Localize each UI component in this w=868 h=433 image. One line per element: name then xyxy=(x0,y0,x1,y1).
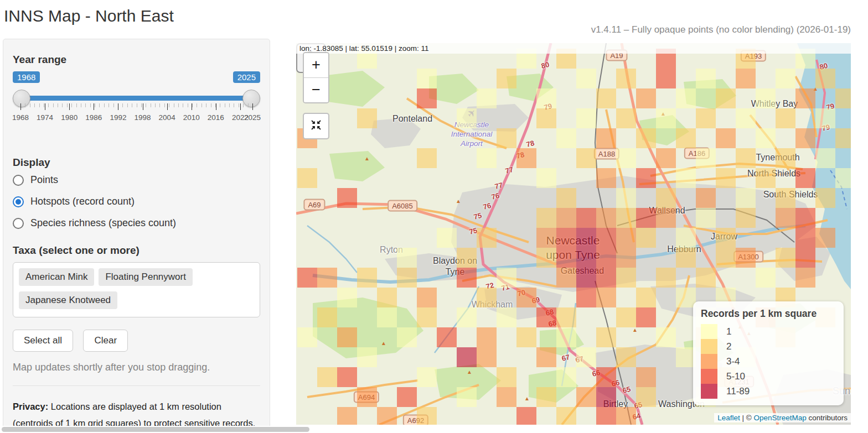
legend-label: 1 xyxy=(726,326,731,337)
map-coords-bar: lon: -1.83085 | lat: 55.01519 | zoom: 11 xyxy=(296,43,851,54)
legend-label: 3-4 xyxy=(726,356,740,367)
slider-grid-label: 1968 xyxy=(12,113,29,122)
slider-to-badge: 2025 xyxy=(233,71,260,83)
place-label: Wallsend xyxy=(649,205,685,216)
slider-grid-labels: 1968197419801986199219982004201020162022… xyxy=(20,113,252,124)
radio-icon[interactable] xyxy=(13,196,24,207)
zoom-in-button[interactable]: + xyxy=(304,53,328,78)
display-radio-group: PointsHotspots (record count)Species ric… xyxy=(13,174,260,229)
radio-label: Points xyxy=(30,174,58,186)
slider-from-badge: 1968 xyxy=(13,71,40,83)
horizontal-scrollbar[interactable] xyxy=(0,426,868,433)
legend-swatch xyxy=(701,339,717,354)
map-canvas[interactable]: ✈ lon: -1.83085 | lat: 55.01519 | zoom: … xyxy=(296,43,851,425)
radio-icon[interactable] xyxy=(13,218,24,229)
place-label: North Shields xyxy=(747,168,800,179)
privacy-label: Privacy: xyxy=(13,401,48,411)
map-attribution: Leaflet | © OpenStreetMap contributors xyxy=(714,413,851,422)
taxa-select-box[interactable]: American MinkFloating PennywortJapanese … xyxy=(13,262,260,317)
place-label: Tynemouth xyxy=(756,152,799,163)
road-badge: A69 xyxy=(303,199,325,211)
road-badge: A694 xyxy=(354,392,379,403)
place-label: South Shields xyxy=(763,189,818,200)
clear-button[interactable]: Clear xyxy=(83,330,128,352)
peak-icon: ▲ xyxy=(660,111,666,117)
road-badge: A692 xyxy=(403,415,428,425)
attribution-sep: | © xyxy=(740,414,754,422)
slider-grid-label: 1980 xyxy=(61,113,78,122)
legend-label: 5-10 xyxy=(726,371,745,382)
openstreetmap-link[interactable]: OpenStreetMap xyxy=(753,414,806,422)
place-label: Ponteland xyxy=(392,113,432,124)
drag-note: Map updates shortly after you stop dragg… xyxy=(13,362,260,373)
legend-label: 11-89 xyxy=(726,386,750,397)
shrink-arrows-icon xyxy=(311,119,322,133)
radio-label: Species richness (species count) xyxy=(30,217,176,229)
display-option-hotspots[interactable]: Hotspots (record count) xyxy=(13,196,260,207)
place-label: Ryton xyxy=(380,244,403,255)
slider-grid-label: 2010 xyxy=(183,113,200,122)
road-badge: A188 xyxy=(594,148,619,160)
scrollbar-thumb[interactable] xyxy=(2,427,309,432)
zoom-control: + − xyxy=(303,52,329,103)
year-range-slider[interactable]: 1968 2025 196819741980198619921998200420… xyxy=(13,71,260,149)
legend-swatch xyxy=(701,324,717,339)
display-heading: Display xyxy=(13,156,260,169)
slider-grid-label: 2016 xyxy=(208,113,224,122)
legend-swatch xyxy=(701,384,717,399)
place-label: Newcastle International Airport xyxy=(451,121,492,149)
peak-icon: ▲ xyxy=(524,395,530,401)
radio-label: Hotspots (record count) xyxy=(30,196,135,207)
place-label: Whitley Bay xyxy=(751,98,798,109)
slider-grid-label: 1986 xyxy=(85,113,102,122)
place-label: Jarrow xyxy=(711,231,737,242)
legend-swatch xyxy=(701,354,717,369)
slider-grid-label: 2025 xyxy=(244,113,261,122)
display-option-species[interactable]: Species richness (species count) xyxy=(13,217,260,229)
radio-icon[interactable] xyxy=(13,175,24,186)
taxa-tag[interactable]: Japanese Knotweed xyxy=(19,291,117,309)
legend-row: 2 xyxy=(701,339,836,354)
legend-row: 11-89 xyxy=(701,384,836,399)
attribution-suffix: contributors xyxy=(807,414,848,422)
peak-icon: ▲ xyxy=(381,340,386,346)
taxa-tag[interactable]: American Mink xyxy=(19,268,94,286)
slider-grid-label: 1974 xyxy=(37,113,53,122)
peak-icon: ▲ xyxy=(813,86,818,92)
peak-icon: ▲ xyxy=(632,327,638,333)
sidebar-divider xyxy=(13,385,260,386)
road-badge: A186 xyxy=(684,148,710,159)
legend-title: Records per 1 km square xyxy=(701,308,836,320)
select-all-button[interactable]: Select all xyxy=(13,330,73,352)
peak-icon: ▲ xyxy=(456,198,461,204)
peak-icon: ▲ xyxy=(467,369,472,375)
slider-grid-label: 1992 xyxy=(110,113,126,122)
place-label: Newcastle upon Tyne xyxy=(546,233,600,263)
legend-swatch xyxy=(701,369,717,384)
legend-label: 2 xyxy=(726,341,731,352)
slider-ticks xyxy=(20,103,252,112)
fit-bounds-button[interactable] xyxy=(303,113,329,139)
road-badge: A1300 xyxy=(733,251,763,263)
slider-grid-label: 2004 xyxy=(159,113,175,122)
place-label: Blaydon on Tyne xyxy=(433,255,477,278)
version-note: v1.4.11 – Fully opaque points (no color … xyxy=(591,24,851,35)
map-legend: Records per 1 km square 123-45-1011-89 xyxy=(693,301,844,405)
legend-row: 1 xyxy=(701,324,836,339)
place-label: Gateshead xyxy=(561,265,604,277)
taxa-tag[interactable]: Floating Pennywort xyxy=(99,268,193,286)
year-range-heading: Year range xyxy=(13,54,260,66)
zoom-out-button[interactable]: − xyxy=(304,78,328,102)
slider-active-bar xyxy=(18,96,255,101)
page-title: INNS Map - North East xyxy=(4,7,174,25)
sidebar-panel: Year range 1968 2025 1968197419801986199… xyxy=(3,39,270,433)
road-badge: A6085 xyxy=(388,200,417,212)
legend-row: 3-4 xyxy=(701,354,836,369)
privacy-body: Locations are displayed at 1 km resoluti… xyxy=(13,401,255,428)
display-option-points[interactable]: Points xyxy=(13,174,260,186)
place-label: Hebburn xyxy=(667,244,701,255)
legend-row: 5-10 xyxy=(701,369,836,384)
slider-grid-label: 1998 xyxy=(134,113,151,122)
leaflet-link[interactable]: Leaflet xyxy=(717,414,740,422)
place-label: Birtley xyxy=(603,399,628,410)
